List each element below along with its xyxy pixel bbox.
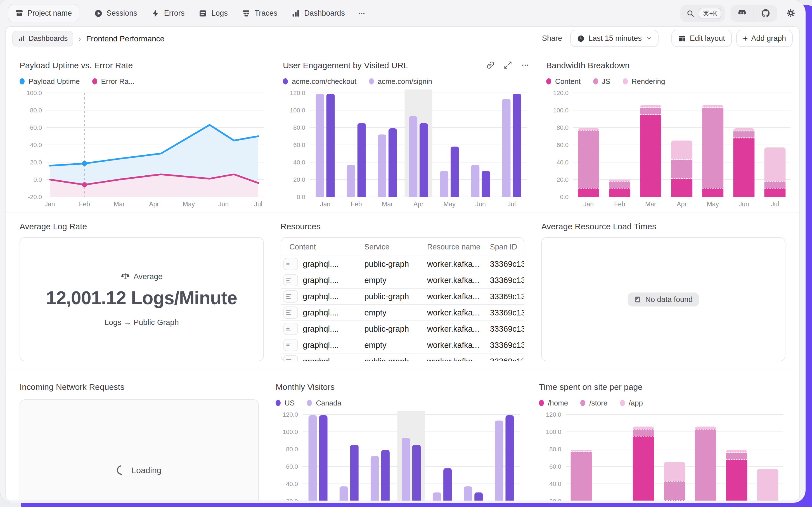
loading-spinner-icon: [115, 463, 129, 476]
resources-table-card: Content Service Resource name Span ID gr…: [280, 237, 524, 361]
project-switcher-button[interactable]: Project name: [8, 4, 79, 22]
maximize-icon[interactable]: [504, 61, 512, 69]
legend-item[interactable]: /home: [539, 398, 568, 407]
legend-item[interactable]: acme.com/signin: [369, 77, 432, 85]
nav-item-sessions[interactable]: Sessions: [93, 9, 137, 18]
nav-label: Dashboards: [304, 9, 345, 17]
svg-text:120.0: 120.0: [290, 90, 305, 97]
breadcrumb-root-label: Dashboards: [28, 34, 68, 43]
svg-text:120.0: 120.0: [553, 90, 569, 97]
panel-title: Bandwidth Breakdown: [546, 60, 630, 70]
panel-title: Monthly Visitors: [275, 382, 334, 392]
breadcrumb-dashboards-chip[interactable]: Dashboards: [12, 31, 73, 46]
legend-item[interactable]: Payload Uptime: [19, 77, 80, 85]
metric-value: 12,001.12 Logs/Minute: [46, 287, 237, 309]
table-row[interactable]: graphql....emptyworker.kafka...33369c138…: [281, 337, 524, 353]
table-row[interactable]: graphql....public-graphworker.kafka...33…: [281, 288, 524, 304]
log-lines-icon: [283, 339, 298, 351]
table-cell: 33369c1380...: [488, 304, 524, 321]
table-cell: public-graph: [362, 353, 425, 361]
column-header[interactable]: Service: [362, 238, 425, 256]
column-header[interactable]: Content: [281, 238, 362, 256]
table-cell: graphql....: [281, 337, 362, 353]
nav-label: Logs: [211, 9, 228, 17]
github-button[interactable]: [754, 5, 777, 21]
svg-text:60.0: 60.0: [549, 463, 561, 470]
legend-item[interactable]: acme.com/checkout: [283, 77, 356, 85]
settings-button[interactable]: [786, 8, 796, 18]
svg-text:Jul: Jul: [508, 201, 516, 208]
legend-item[interactable]: Content: [546, 77, 580, 85]
chart-visitors[interactable]: 120.0100.080.060.040.020.00.0JanFebMarAp…: [275, 410, 522, 501]
table-cell: worker.kafka...: [425, 321, 488, 337]
legend-item[interactable]: /app: [620, 398, 643, 407]
svg-text:20.0: 20.0: [286, 498, 298, 501]
svg-text:40.0: 40.0: [286, 481, 298, 488]
share-button[interactable]: Share: [542, 34, 562, 43]
table-row[interactable]: graphql....emptyworker.kafka...33369c138…: [281, 304, 524, 321]
panel-network-requests: Incoming Network Requests Loading: [19, 381, 259, 501]
panel-monthly-visitors: Monthly VisitorsUSCanada120.0100.080.060…: [275, 381, 522, 501]
svg-text:Jul: Jul: [771, 201, 779, 208]
svg-text:Feb: Feb: [79, 201, 90, 208]
nav-item-errors[interactable]: Errors: [151, 9, 185, 18]
divider: [665, 32, 665, 45]
table-cell: 33369c1380...: [488, 353, 524, 361]
nav-item-logs[interactable]: Logs: [198, 9, 228, 18]
chart-timespent[interactable]: 120.0100.080.060.040.020.00.0JanFebMarAp…: [539, 410, 786, 501]
chart-legend: /home/store/app: [539, 398, 786, 408]
chart-uptime[interactable]: 100.080.060.040.020.00.0-20.0JanFebMarAp…: [19, 89, 266, 209]
table-row[interactable]: graphql....public-graphworker.kafka...33…: [281, 353, 524, 361]
svg-text:40.0: 40.0: [30, 142, 42, 149]
dashboard-page: Dashboards › Frontend Performance Share …: [5, 26, 800, 501]
legend-item[interactable]: JS: [593, 77, 610, 85]
legend-item[interactable]: US: [275, 398, 295, 407]
legend-item[interactable]: Error Ra...: [92, 77, 135, 85]
sessions-icon: [93, 9, 103, 18]
table-cell: worker.kafka...: [425, 288, 488, 304]
table-row[interactable]: graphql....public-graphworker.kafka...33…: [281, 256, 524, 272]
svg-text:100.0: 100.0: [546, 429, 561, 436]
link-icon[interactable]: [486, 61, 495, 69]
logs-icon: [198, 9, 207, 18]
time-range-dropdown[interactable]: Last 15 minutes: [570, 30, 659, 47]
edit-layout-button[interactable]: Edit layout: [671, 30, 732, 47]
svg-text:20.0: 20.0: [293, 176, 305, 183]
svg-text:Feb: Feb: [614, 201, 625, 208]
legend-dot-icon: [283, 78, 288, 84]
svg-text:40.0: 40.0: [293, 159, 305, 166]
legend-item[interactable]: Rendering: [622, 77, 665, 85]
nav-item-traces[interactable]: Traces: [242, 9, 277, 18]
add-graph-button[interactable]: + Add graph: [736, 30, 793, 47]
legend-dot-icon: [275, 400, 280, 406]
search-button[interactable]: ⌘+K: [680, 5, 725, 21]
chart-bandwidth[interactable]: 120.0100.080.060.040.020.00.0JanFebMarAp…: [546, 89, 793, 209]
table-row[interactable]: graphql....emptyworker.kafka...33369c138…: [281, 272, 524, 288]
table-cell: graphql....: [281, 321, 362, 337]
more-icon[interactable]: [521, 61, 529, 69]
column-header[interactable]: Span ID: [488, 238, 524, 256]
discord-button[interactable]: [731, 5, 754, 21]
screen: Project name Sessions Errors Logs Trace: [0, 0, 812, 507]
svg-text:Jan: Jan: [583, 201, 594, 208]
legend-item[interactable]: /store: [580, 398, 607, 407]
page-toolbar: Dashboards › Frontend Performance Share …: [6, 27, 799, 50]
table-cell: empty: [362, 304, 425, 321]
log-lines-icon: [283, 290, 298, 302]
log-rate-card: Average 12,001.12 Logs/Minute Logs → Pub…: [19, 237, 264, 361]
nav-item-dashboards[interactable]: Dashboards: [291, 9, 345, 18]
panel-payload-uptime: Payload Uptime vs. Error RatePayload Upt…: [19, 59, 266, 209]
legend-item[interactable]: Canada: [307, 398, 341, 407]
search-kbd-hint: ⌘+K: [699, 8, 721, 19]
chart-engagement[interactable]: 120.0100.080.060.040.020.00.0JanFebMarAp…: [283, 89, 529, 209]
nav-more-button[interactable]: [357, 9, 366, 18]
svg-text:120.0: 120.0: [283, 411, 298, 418]
panel-toolbar: [486, 61, 529, 69]
legend-dot-icon: [546, 78, 551, 84]
load-times-card: No data found: [542, 237, 786, 361]
project-icon: [15, 9, 23, 17]
table-cell: 33369c1380...: [488, 321, 524, 337]
github-icon: [761, 8, 770, 18]
column-header[interactable]: Resource name: [425, 238, 488, 256]
table-row[interactable]: graphql....public-graphworker.kafka...33…: [281, 321, 524, 337]
